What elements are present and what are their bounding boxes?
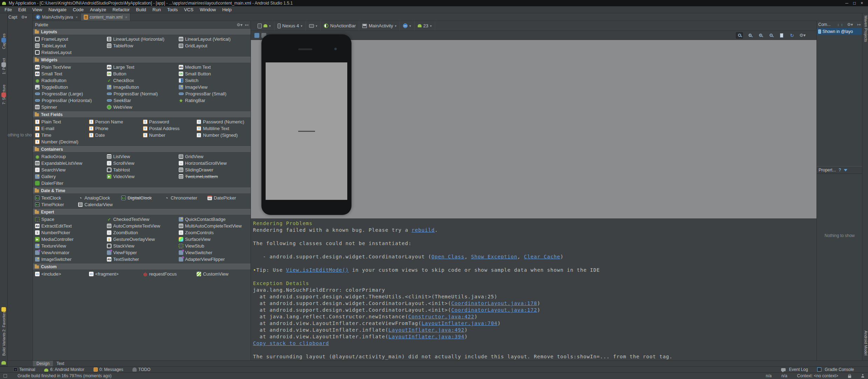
palette-item[interactable]: ◉RadioButton — [35, 77, 107, 84]
palette-item[interactable]: ↕ScrollView — [107, 160, 179, 167]
palette-item[interactable]: ◎requestFocus — [143, 271, 197, 277]
palette-section-containers[interactable]: Containers — [33, 146, 251, 153]
captures-icon[interactable] — [1, 38, 6, 42]
palette-item[interactable]: TableLayout — [35, 42, 107, 49]
palette-item[interactable]: StackView — [107, 243, 179, 249]
palette-section-custom[interactable]: Custom — [33, 264, 251, 270]
palette-item[interactable]: INumber (Decimal) — [35, 138, 89, 145]
palette-item[interactable]: INumber — [143, 132, 197, 138]
palette-item[interactable]: ○ZoomButton — [107, 229, 179, 236]
device-screen[interactable] — [266, 62, 347, 200]
captures-panel-header[interactable]: Capt ⚙▾ — [8, 13, 33, 21]
palette-item[interactable]: IPerson Name — [89, 119, 143, 125]
palette-item[interactable]: RelativeLayout — [35, 49, 107, 56]
palette-item[interactable]: ◔AnalogClock — [78, 195, 121, 201]
palette-item[interactable]: IPassword — [143, 119, 197, 125]
palette-item[interactable]: ○SearchView — [35, 167, 107, 173]
palette-item[interactable]: AbLarge Text — [107, 64, 179, 70]
virtual-device-selector[interactable]: ▾ — [254, 21, 274, 31]
tool-button-6-android-monitor[interactable]: 6: Android Monitor — [44, 367, 84, 372]
error-link[interactable]: Open Class — [431, 254, 464, 259]
canvas-action-icon-a[interactable] — [254, 33, 259, 38]
palette-item[interactable]: ExpandableListView — [35, 160, 107, 167]
favorites-star-icon[interactable] — [1, 307, 6, 312]
orientation-selector[interactable]: ▾ — [306, 21, 321, 31]
hide-panel-icon[interactable]: ↦ — [857, 22, 861, 27]
palette-item[interactable]: ImageButton — [107, 84, 179, 90]
theme-selector[interactable]: NoActionBar — [321, 21, 359, 31]
tool-button-event-log[interactable]: Event Log — [781, 367, 808, 372]
maximize-button[interactable]: □ — [853, 1, 856, 6]
component-tree-header[interactable]: Com... ↕ ↕ ⚙▾ ↦ — [817, 21, 862, 28]
locale-selector[interactable]: ▾ — [400, 21, 415, 31]
palette-item[interactable]: IPostal Address — [143, 125, 197, 132]
palette-item[interactable]: 8:1TimePicker — [35, 201, 78, 208]
palette-item[interactable]: Gallery — [35, 173, 107, 180]
palette-item[interactable]: AdapterViewFlipper — [179, 256, 251, 263]
error-link[interactable]: LayoutInflater.java:394 — [389, 334, 465, 339]
error-link[interactable]: LayoutInflater.java:492 — [389, 327, 465, 333]
device-selector[interactable]: Nexus 4 ▾ — [274, 21, 306, 31]
palette-item[interactable]: <><fragment> — [89, 271, 143, 277]
palette-item[interactable]: GridView — [179, 153, 251, 160]
help-icon[interactable]: ? — [839, 168, 841, 172]
tool-button-2-favorites[interactable]: 2: Favorites — [2, 312, 6, 332]
menu-tools[interactable]: Tools — [164, 7, 181, 12]
menu-code[interactable]: Code — [70, 7, 87, 12]
palette-item[interactable]: OKButton — [107, 70, 179, 77]
palette-item[interactable]: Space — [35, 216, 107, 223]
palette-item[interactable]: ImageView — [179, 84, 251, 90]
error-link[interactable]: Copy stack to clipboard — [253, 340, 329, 346]
palette-item[interactable]: TableRow — [107, 42, 179, 49]
render-options-icon[interactable]: ⚙▾ — [799, 32, 806, 39]
error-link[interactable]: Constructor.java:422 — [408, 314, 474, 319]
filter-icon[interactable] — [844, 169, 847, 171]
api-version-selector[interactable]: 23 ▾ — [415, 21, 435, 31]
palette-item[interactable]: ProgressBar (Small) — [179, 90, 251, 97]
context-indicator[interactable]: Context: <no context> — [797, 373, 838, 378]
palette-item[interactable]: CustomView — [197, 271, 251, 277]
error-link[interactable]: View.isInEditMode() — [286, 267, 349, 273]
activity-selector[interactable]: MainActivity ▾ — [359, 21, 400, 31]
palette-item[interactable]: TabHost — [107, 167, 179, 173]
palette-item[interactable]: SeekBar — [107, 97, 179, 104]
error-link[interactable]: rebuild — [412, 227, 435, 233]
tool-button-maven-projects[interactable]: Maven Projects — [864, 15, 868, 42]
refresh-icon[interactable]: ↻ — [788, 32, 795, 39]
editor-tab-content_main.xml[interactable]: content_main.xml× — [81, 13, 130, 21]
tool-button-android-model[interactable]: Android Model — [864, 331, 868, 356]
palette-item[interactable]: ○ZoomControls — [179, 229, 251, 236]
close-icon[interactable]: × — [75, 15, 77, 19]
palette-item[interactable]: 1NumberPicker — [35, 229, 107, 236]
menu-navigate[interactable]: Navigate — [45, 7, 69, 12]
palette-item[interactable]: ▂ToggleButton — [35, 84, 107, 90]
component-tree-selected-row[interactable]: Shown in @layo — [817, 28, 862, 35]
collapse-all-icon[interactable]: ↕ — [841, 22, 843, 27]
palette-item[interactable]: ProgressBar (Normal) — [107, 90, 179, 97]
palette-item[interactable]: ✓CheckedTextView — [107, 216, 179, 223]
palette-item[interactable]: IPassword (Numeric) — [197, 119, 251, 125]
palette-item[interactable]: ViewStub — [179, 243, 251, 249]
palette-item[interactable]: INumber (Signed) — [197, 132, 251, 138]
gear-icon[interactable]: ⚙▾ — [237, 22, 242, 27]
error-link[interactable]: Clear Cache — [524, 254, 560, 259]
error-link[interactable]: CoordinatorLayout.java:172 — [451, 307, 537, 313]
palette-item[interactable]: QuickContactBadge — [179, 216, 251, 223]
editor-tab-MainActivity.java[interactable]: CMainActivity.java× — [33, 13, 81, 21]
tool-button-terminal[interactable]: >Terminal — [13, 367, 35, 372]
palette-item[interactable]: SlidingDrawer — [179, 167, 251, 173]
palette-item[interactable]: ▶MediaController — [35, 236, 107, 243]
tab-design[interactable]: Design — [33, 361, 53, 366]
palette-item[interactable]: ProgressBar (Horizontal) — [35, 97, 107, 104]
palette-item[interactable]: ◉RadioGroup — [35, 153, 107, 160]
menu-run[interactable]: Run — [149, 7, 164, 12]
palette-item[interactable]: DialerFilter — [35, 180, 107, 187]
zoom-fit-icon[interactable] — [736, 32, 743, 39]
palette-item[interactable]: 8:1TextClock — [35, 195, 78, 201]
menu-vcs[interactable]: VCS — [181, 7, 197, 12]
palette-item[interactable]: ◔Chronometer — [164, 195, 207, 201]
menu-file[interactable]: File — [1, 7, 15, 12]
tool-button-todo[interactable]: TODO — [132, 367, 150, 372]
palette-section-date-time[interactable]: Date & Time — [33, 188, 251, 194]
menu-window[interactable]: Window — [197, 7, 219, 12]
